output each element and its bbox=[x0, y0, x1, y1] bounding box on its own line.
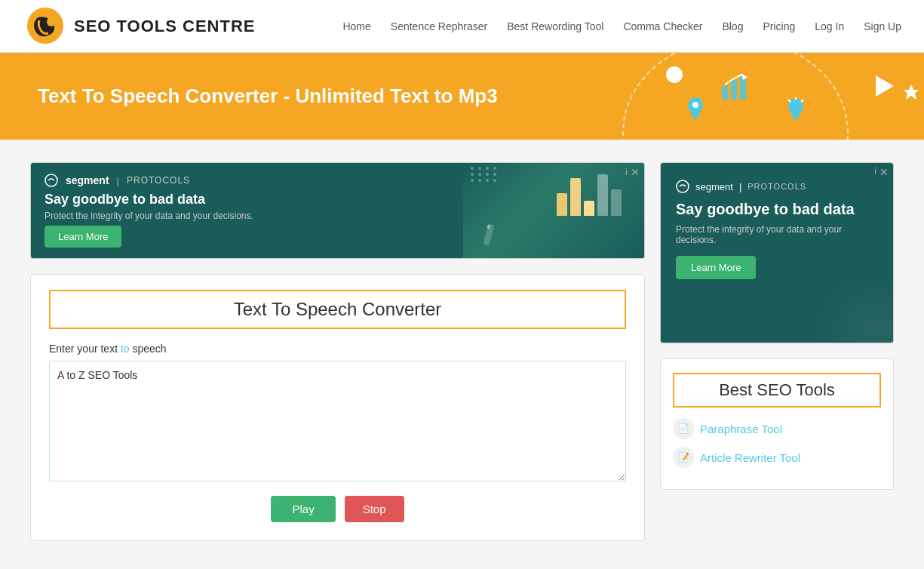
svg-point-20 bbox=[677, 180, 689, 192]
logo-area: SEO TOOLS CENTRE bbox=[23, 5, 256, 47]
svg-line-10 bbox=[801, 100, 803, 102]
svg-rect-3 bbox=[731, 80, 737, 100]
svg-rect-7 bbox=[792, 114, 800, 117]
right-ad-headline: Say goodbye to bad data bbox=[676, 201, 855, 218]
right-column: i ✕ segment | PROTOCOLS Say goodbye to b… bbox=[660, 162, 894, 541]
right-ad-subtext: Protect the integrity of your data and y… bbox=[676, 224, 878, 245]
ad-brand-name: segment bbox=[66, 174, 109, 186]
right-ad-banner: i ✕ segment | PROTOCOLS Say goodbye to b… bbox=[660, 162, 894, 343]
article-rewriter-label: Article Rewriter Tool bbox=[700, 451, 800, 464]
svg-line-11 bbox=[788, 100, 790, 102]
ad-dots-decoration bbox=[471, 167, 498, 182]
article-rewriter-icon: 📝 bbox=[673, 447, 694, 468]
nav-home[interactable]: Home bbox=[342, 20, 370, 32]
right-ad-brand-row: segment | PROTOCOLS bbox=[676, 180, 806, 193]
hero-decorations bbox=[547, 53, 924, 140]
ad-pencil-icon bbox=[478, 220, 508, 251]
tool-buttons: Play Stop bbox=[49, 496, 626, 522]
main-content: segment | PROTOCOLS Say goodbye to bad d… bbox=[0, 140, 924, 564]
svg-marker-13 bbox=[689, 109, 702, 121]
best-seo-card: Best SEO Tools 📄 Paraphrase Tool 📝 Artic… bbox=[660, 358, 894, 490]
ad-banner-top: segment | PROTOCOLS Say goodbye to bad d… bbox=[30, 162, 645, 259]
tool-label-highlight: to bbox=[121, 343, 130, 355]
svg-point-17 bbox=[45, 174, 57, 186]
hero-circle-decoration bbox=[666, 66, 683, 83]
paraphrase-tool-link[interactable]: 📄 Paraphrase Tool bbox=[673, 418, 881, 439]
ad-close-button[interactable]: ✕ bbox=[631, 166, 640, 178]
hero-banner: Text To Speech Converter - Unlimited Tex… bbox=[0, 53, 924, 140]
ad-image-right bbox=[463, 163, 644, 258]
right-ad-bg-decoration bbox=[803, 282, 893, 343]
tool-card: Text To Speech Converter Enter your text… bbox=[30, 274, 645, 541]
right-ad-inner: segment | PROTOCOLS Say goodbye to bad d… bbox=[661, 163, 893, 293]
play-button[interactable]: Play bbox=[271, 496, 335, 522]
best-seo-title-box: Best SEO Tools bbox=[673, 373, 881, 408]
paraphrase-tool-icon: 📄 bbox=[673, 418, 694, 439]
chart-icon bbox=[720, 74, 751, 107]
text-to-speech-input[interactable]: A to Z SEO Tools bbox=[49, 361, 626, 481]
ad-bars-decoration bbox=[557, 171, 622, 216]
right-ad-info-icon: i bbox=[874, 166, 876, 177]
svg-point-14 bbox=[692, 102, 698, 108]
navbar: SEO TOOLS CENTRE Home Sentence Rephraser… bbox=[0, 0, 924, 53]
nav-links: Home Sentence Rephraser Best Rewording T… bbox=[342, 20, 901, 32]
stop-button[interactable]: Stop bbox=[345, 496, 404, 522]
right-ad-divider: | bbox=[739, 181, 741, 192]
segment-logo-icon bbox=[45, 174, 58, 187]
ad-protocols: PROTOCOLS bbox=[127, 175, 190, 186]
hero-title: Text To Speech Converter - Unlimited Tex… bbox=[38, 85, 498, 108]
ad-learn-button[interactable]: Learn More bbox=[45, 226, 121, 248]
logo-icon bbox=[23, 5, 68, 47]
right-ad-learn-button[interactable]: Learn More bbox=[676, 256, 756, 279]
right-ad-protocols: PROTOCOLS bbox=[747, 182, 806, 191]
play-arrow-icon bbox=[876, 75, 894, 102]
nav-sentence-rephraser[interactable]: Sentence Rephraser bbox=[391, 20, 487, 32]
svg-point-6 bbox=[788, 98, 803, 115]
nav-login[interactable]: Log In bbox=[815, 20, 844, 32]
right-ad-brand-name: segment bbox=[695, 181, 733, 192]
lightbulb-icon bbox=[784, 96, 807, 131]
best-seo-title: Best SEO Tools bbox=[719, 380, 835, 399]
ad-content-left: segment | PROTOCOLS Say goodbye to bad d… bbox=[31, 163, 463, 258]
svg-point-1 bbox=[47, 17, 56, 26]
star-icon bbox=[902, 83, 920, 106]
logo-text: SEO TOOLS CENTRE bbox=[74, 17, 256, 36]
nav-pricing[interactable]: Pricing bbox=[763, 20, 795, 32]
article-rewriter-link[interactable]: 📝 Article Rewriter Tool bbox=[673, 447, 881, 468]
left-column: segment | PROTOCOLS Say goodbye to bad d… bbox=[30, 162, 645, 541]
ad-divider: | bbox=[117, 175, 119, 186]
nav-blog[interactable]: Blog bbox=[722, 20, 743, 32]
nav-signup[interactable]: Sign Up bbox=[864, 20, 901, 32]
ad-brand-row: segment | PROTOCOLS bbox=[45, 174, 450, 187]
ad-info-icon[interactable]: i bbox=[625, 166, 628, 177]
svg-rect-2 bbox=[722, 86, 728, 100]
svg-marker-16 bbox=[904, 85, 919, 100]
ad-headline: Say goodbye to bad data bbox=[45, 192, 450, 208]
ad-subtext: Protect the integrity of your data and y… bbox=[45, 211, 450, 221]
right-ad-close-button[interactable]: ✕ bbox=[879, 166, 889, 178]
tool-label: Enter your text to speech bbox=[49, 343, 626, 355]
tool-title: Text To Speech Converter bbox=[234, 299, 442, 319]
location-pin-icon bbox=[686, 95, 705, 126]
svg-rect-8 bbox=[793, 117, 799, 119]
svg-marker-15 bbox=[876, 75, 894, 97]
paraphrase-tool-label: Paraphrase Tool bbox=[700, 423, 782, 435]
nav-best-rewording[interactable]: Best Rewording Tool bbox=[507, 20, 603, 32]
tool-title-box: Text To Speech Converter bbox=[49, 290, 626, 329]
right-ad-segment-icon bbox=[676, 180, 689, 193]
nav-comma-checker[interactable]: Comma Checker bbox=[623, 20, 702, 32]
